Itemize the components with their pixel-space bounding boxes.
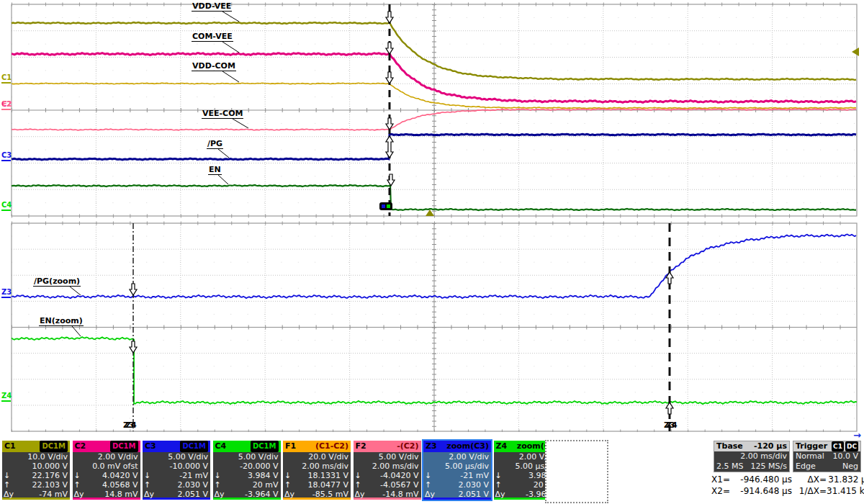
measure-glyph: Δy <box>74 490 86 499</box>
descriptor-value: 5.00 µs/div <box>436 462 489 471</box>
measure-glyph: ↓ <box>284 471 296 480</box>
channel-id-label: C3 <box>145 441 156 452</box>
x2-value: -914.648 µs <box>730 485 792 497</box>
trigger-level-marker-icon[interactable] <box>852 48 859 56</box>
cursor-marker-arrow-icon <box>666 402 673 414</box>
measure-glyph: Δy <box>215 490 226 499</box>
measure-glyph <box>284 452 296 462</box>
cursor-readout: X1= -946.480 µs ΔX= 31.832 µs X2= -914.6… <box>706 474 864 497</box>
measure-glyph: ↓ <box>495 471 507 480</box>
measure-glyph <box>144 452 156 462</box>
fdx-value: 31.415 kHz <box>827 485 864 497</box>
trigger-slope: Neg <box>842 462 858 472</box>
wave-label--pg-zoom-: /PG(zoom) <box>33 277 81 287</box>
timebase-samplerate: 125 MS/s <box>751 462 787 472</box>
descriptor-value: -21 mV <box>156 471 208 480</box>
measure-glyph <box>215 452 226 462</box>
descriptor-z3[interactable]: Z3zoom(C3)2.00 V/div5.00 µs/div↓-21 mV↑2… <box>423 441 491 500</box>
trigger-descriptor[interactable]: Trigger C1 DC Normal 10.0 V Edge Neg <box>793 441 861 472</box>
channel-id-label: Z4 <box>496 441 508 452</box>
measure-glyph: ↓ <box>144 471 156 480</box>
waveform-display <box>0 0 864 432</box>
next-page-arrow-icon[interactable]: → <box>853 430 861 441</box>
descriptor-value: 2.030 V <box>156 480 208 490</box>
measure-glyph: ↓ <box>215 471 226 480</box>
channel-id-label: Z3 <box>426 441 437 452</box>
measure-glyph: ↑ <box>4 480 15 490</box>
descriptor-f2[interactable]: F2-(C2)5.00 V/div2.00 ms/div↓-4.0420 V↑-… <box>354 441 421 500</box>
measure-glyph: ↓ <box>425 471 436 480</box>
descriptor-value: 18.0477 V <box>296 480 348 490</box>
descriptor-value: 5.00 V/div <box>156 452 208 462</box>
descriptor-value: 2.00 ms/div <box>366 462 419 471</box>
descriptor-value: 3.984 V <box>226 471 279 480</box>
measure-glyph: Δy <box>284 490 296 499</box>
descriptor-value: 5.00 V/div <box>366 452 419 462</box>
measure-glyph <box>425 462 436 471</box>
channel-id-label: C2 <box>75 441 86 452</box>
trace-indicator-z4[interactable]: Z4 <box>1 392 12 402</box>
trace-indicator-c4[interactable]: C4 <box>1 202 12 211</box>
oscilloscope-app: { "colors": { "c1": "#a0a000", "c1_trace… <box>0 0 864 504</box>
measure-glyph: ↑ <box>215 480 226 490</box>
measure-glyph: Δy <box>425 490 436 499</box>
measure-glyph: Δy <box>144 490 156 499</box>
descriptor-f1[interactable]: F1(C1-C2)20.0 V/div2.00 ms/div↓18.1331 V… <box>283 441 351 500</box>
x1-value: -946.480 µs <box>730 474 792 485</box>
descriptor-value: 18.1331 V <box>296 471 348 480</box>
descriptor-c4[interactable]: C4DC1M5.00 V/div-20.000 V↓3.984 V↑20 mVΔ… <box>213 441 281 500</box>
timebase-descriptor[interactable]: Tbase -120 µs 2.00 ms/div 2.5 MS 125 MS/… <box>714 441 790 472</box>
descriptor-c1[interactable]: C1DC1M10.0 V/div10.000 V↓22.176 V↑22.103… <box>2 441 70 500</box>
trace-indicator-c3[interactable]: C3 <box>1 152 12 161</box>
descriptor-value: 4.0420 V <box>86 471 138 480</box>
empty-descriptor-slot[interactable] <box>545 440 608 503</box>
measure-glyph <box>74 452 86 462</box>
measure-glyph: ↑ <box>284 480 296 490</box>
channel-id-label: F1 <box>285 441 296 452</box>
descriptor-value: -85.5 mV <box>296 490 348 499</box>
descriptor-c2[interactable]: C2DC1M2.00 V/div0.0 mV ofst↓4.0420 V↑4.0… <box>73 441 140 500</box>
trigger-title: Trigger <box>796 441 827 451</box>
descriptor-c3[interactable]: C3DC1M5.00 V/div-10.000 V↓-21 mV↑2.030 V… <box>143 441 210 500</box>
cursor-trace-tag: Z3Z4 <box>664 420 675 430</box>
source-expression-label: (C1-C2) <box>315 441 348 452</box>
descriptor-value: -21 mV <box>436 471 489 480</box>
descriptor-value: 22.176 V <box>15 471 68 480</box>
descriptor-value: -74 mV <box>15 490 68 499</box>
wave-label-en-zoom-: EN(zoom) <box>39 317 84 326</box>
trigger-time-marker-icon[interactable] <box>426 210 434 216</box>
cursor-marker-arrow-icon <box>386 72 393 84</box>
coupling-badge: DC1M <box>251 441 279 452</box>
measure-glyph <box>284 462 296 471</box>
measure-glyph <box>144 462 156 471</box>
coupling-badge: DC1M <box>180 441 208 452</box>
measure-glyph <box>495 462 507 471</box>
source-expression-label: -(C2) <box>397 441 418 452</box>
wave-label-en: EN <box>208 166 222 175</box>
cursor-trace-tag: Z3Z4 <box>123 420 135 430</box>
trace-indicator-c1[interactable]: C1 <box>1 74 12 84</box>
descriptor-value: -4.0420 V <box>366 471 419 480</box>
descriptor-value: 4.0568 V <box>86 480 138 490</box>
trigger-source-badge: C1 <box>832 441 844 451</box>
measure-glyph: Δy <box>495 490 507 499</box>
descriptor-value: -10.000 V <box>156 462 208 471</box>
timebase-delay: -120 µs <box>754 441 787 451</box>
trace-indicator-z3[interactable]: Z3 <box>1 289 12 298</box>
wave-label-vee-com: VEE-COM <box>202 109 243 119</box>
dx-label: ΔX= <box>792 474 827 485</box>
timebase-scale: 2.00 ms/div <box>740 451 787 462</box>
descriptor-value: 2.00 ms/div <box>296 462 348 471</box>
dx-value: 31.832 µs <box>827 474 864 485</box>
measure-glyph: ↑ <box>355 480 366 490</box>
descriptor-value: 2.030 V <box>436 480 489 490</box>
measure-glyph <box>74 462 86 471</box>
measure-glyph <box>4 452 15 462</box>
measure-glyph: ↑ <box>425 480 436 490</box>
cursor-marker-arrow-icon <box>130 341 137 353</box>
descriptor-value: -3.964 V <box>226 490 279 499</box>
cursor-marker-arrow-icon <box>386 42 393 54</box>
measure-glyph: ↑ <box>495 480 507 490</box>
descriptor-value: 20 mV <box>226 480 279 490</box>
trace-indicator-c2[interactable]: C2F2 <box>1 101 12 110</box>
